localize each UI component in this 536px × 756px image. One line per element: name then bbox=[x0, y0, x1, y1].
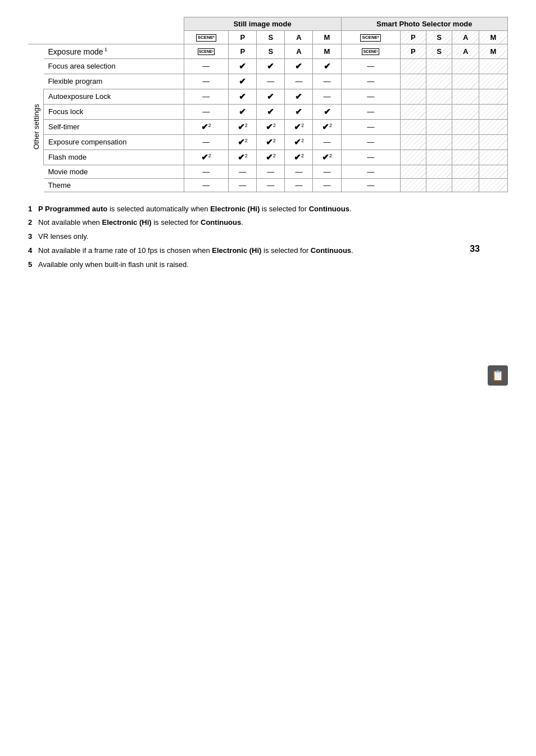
still-s-col: S bbox=[257, 31, 285, 44]
smart-cell: — bbox=[341, 150, 400, 165]
smart-cell bbox=[479, 58, 507, 74]
smart-cell bbox=[426, 58, 452, 74]
still-cell: ✔2 bbox=[285, 134, 313, 150]
footnote-item: 5 Available only when built-in flash uni… bbox=[28, 259, 508, 271]
still-cell: — bbox=[229, 178, 257, 192]
still-m-col: M bbox=[313, 31, 341, 44]
smart-cell bbox=[479, 104, 507, 119]
smart-cell bbox=[452, 178, 479, 192]
still-cell: ✔2 bbox=[313, 150, 341, 165]
empty-cell bbox=[28, 44, 44, 59]
still-cell: — bbox=[184, 134, 229, 150]
smart-cell: — bbox=[341, 89, 400, 104]
smart-cell bbox=[452, 89, 479, 104]
exp-smart-m: M bbox=[479, 44, 507, 59]
still-cell: ✔ bbox=[285, 89, 313, 104]
row-label: Focus area selection bbox=[44, 58, 184, 74]
smart-cell bbox=[452, 165, 479, 178]
still-cell: — bbox=[257, 178, 285, 192]
still-cell: ✔ bbox=[285, 104, 313, 119]
smart-cell bbox=[426, 89, 452, 104]
smart-scene-col: SCENE* bbox=[341, 31, 400, 44]
still-cell: ✔ bbox=[229, 104, 257, 119]
smart-cell bbox=[400, 178, 426, 192]
note-icon: 📋 bbox=[488, 365, 508, 386]
still-cell: — bbox=[313, 134, 341, 150]
smart-cell bbox=[426, 119, 452, 134]
still-cell: ✔2 bbox=[285, 150, 313, 165]
footnotes-section: 1 P Programmed auto is selected automati… bbox=[28, 203, 508, 271]
smart-cell bbox=[426, 104, 452, 119]
exposure-mode-label: Exposure mode 1 bbox=[44, 44, 184, 59]
footnote-number: 4 bbox=[28, 245, 38, 257]
still-cell: — bbox=[184, 165, 229, 178]
still-cell: ✔2 bbox=[229, 119, 257, 134]
side-label-cell bbox=[28, 165, 44, 178]
footnote-number: 2 bbox=[28, 217, 38, 229]
exp-smart-p: P bbox=[400, 44, 426, 59]
smart-cell bbox=[452, 58, 479, 74]
still-cell: ✔2 bbox=[313, 119, 341, 134]
main-table: Still image mode Smart Photo Selector mo… bbox=[28, 17, 508, 192]
still-cell: — bbox=[285, 178, 313, 192]
smart-cell bbox=[426, 165, 452, 178]
smart-cell: — bbox=[341, 119, 400, 134]
smart-cell bbox=[400, 134, 426, 150]
still-cell: — bbox=[229, 165, 257, 178]
still-cell: ✔2 bbox=[229, 134, 257, 150]
smart-cell bbox=[479, 119, 507, 134]
footnote-text: Not available when Electronic (Hi) is se… bbox=[38, 217, 508, 228]
footnote-text: P Programmed auto is selected automatica… bbox=[38, 203, 508, 215]
smart-a-col: A bbox=[452, 31, 479, 44]
still-cell: ✔2 bbox=[229, 150, 257, 165]
footnote-item: 1 P Programmed auto is selected automati… bbox=[28, 203, 508, 215]
exp-m: M bbox=[313, 44, 341, 59]
smart-cell: — bbox=[341, 58, 400, 74]
smart-photo-header: Smart Photo Selector mode bbox=[341, 17, 507, 31]
still-cell: — bbox=[184, 74, 229, 89]
row-label: Self-timer bbox=[44, 119, 184, 134]
still-cell: ✔ bbox=[257, 104, 285, 119]
row-label: Exposure compensation bbox=[44, 134, 184, 150]
still-cell: ✔2 bbox=[184, 119, 229, 134]
row-label: Theme bbox=[44, 178, 184, 192]
still-cell: — bbox=[184, 104, 229, 119]
still-cell: ✔2 bbox=[257, 134, 285, 150]
smart-cell bbox=[452, 119, 479, 134]
smart-cell bbox=[400, 58, 426, 74]
still-a-col: A bbox=[285, 31, 313, 44]
row-label: Flash mode bbox=[44, 150, 184, 165]
footnote-number: 1 bbox=[28, 203, 38, 215]
smart-cell bbox=[400, 74, 426, 89]
scene-badge-smart: SCENE* bbox=[360, 34, 380, 41]
footnote-item: 2 Not available when Electronic (Hi) is … bbox=[28, 217, 508, 229]
smart-cell bbox=[479, 89, 507, 104]
exp-smart-scene: SCENE* bbox=[341, 44, 400, 59]
smart-cell bbox=[400, 89, 426, 104]
smart-cell: — bbox=[341, 134, 400, 150]
still-cell: — bbox=[184, 178, 229, 192]
exp-a: A bbox=[285, 44, 313, 59]
smart-cell bbox=[400, 150, 426, 165]
still-cell: — bbox=[257, 165, 285, 178]
still-cell: — bbox=[313, 74, 341, 89]
smart-cell bbox=[452, 74, 479, 89]
smart-m-col: M bbox=[479, 31, 507, 44]
still-cell: ✔ bbox=[229, 89, 257, 104]
smart-cell bbox=[400, 165, 426, 178]
scene-badge-still: SCENE* bbox=[196, 34, 216, 41]
still-image-header: Still image mode bbox=[184, 17, 341, 31]
still-cell: ✔ bbox=[229, 74, 257, 89]
still-cell: ✔2 bbox=[257, 119, 285, 134]
exp-p: P bbox=[229, 44, 257, 59]
still-cell: — bbox=[313, 178, 341, 192]
still-cell: — bbox=[184, 58, 229, 74]
side-label-cell bbox=[28, 74, 44, 89]
smart-cell: — bbox=[341, 165, 400, 178]
still-cell: — bbox=[285, 74, 313, 89]
smart-cell bbox=[479, 134, 507, 150]
footnote-text: Available only when built-in flash unit … bbox=[38, 259, 508, 270]
footnote-number: 5 bbox=[28, 259, 38, 271]
side-label-cell bbox=[28, 58, 44, 74]
footnote-item: 3 VR lenses only. bbox=[28, 231, 508, 243]
